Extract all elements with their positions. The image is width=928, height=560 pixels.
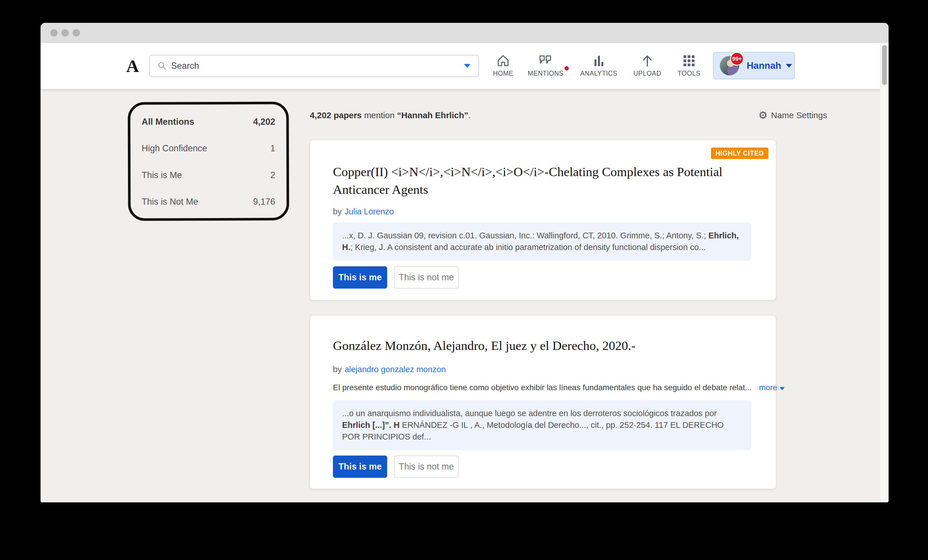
avatar: 99+ (720, 56, 739, 75)
paper-card: HIGHLY CITED Copper(II) <i>N</i>,<i>N</i… (310, 140, 776, 300)
nav-item-analytics[interactable]: ANALYTICS (574, 53, 623, 77)
this-is-not-me-button[interactable]: This is not me (394, 456, 459, 478)
nav-label-mentions: MENTIONS (528, 70, 563, 77)
gear-icon: ⚙ (759, 110, 768, 121)
paper-abstract: El presente estudio monográfico tiene co… (333, 383, 773, 392)
paper-title[interactable]: González Monzón, Alejandro, El juez y el… (333, 337, 756, 354)
mentions-notification-dot (565, 66, 569, 70)
window-close-button[interactable] (50, 29, 58, 37)
nav-label-analytics: ANALYTICS (580, 70, 618, 77)
home-icon (479, 53, 527, 67)
mention-excerpt: ...o un anarquismo individualista, aunqu… (333, 400, 751, 450)
scrollbar-thumb[interactable] (882, 45, 887, 85)
user-menu-caret-icon (786, 64, 792, 68)
window-minimize-button[interactable] (61, 29, 69, 37)
user-menu-button[interactable]: 99+ Hannah (713, 52, 795, 79)
analytics-bars-icon (574, 53, 623, 67)
results-header: 4,202 papers mention “Hannah Ehrlich”. ⚙… (310, 110, 827, 121)
window-zoom-button[interactable] (73, 29, 80, 37)
mentions-filter-list: All Mentions 4,202 High Confidence 1 Thi… (128, 102, 289, 221)
author-link[interactable]: alejandro gonzalez monzon (345, 365, 446, 374)
author-link[interactable]: Julia Lorenzo (345, 207, 394, 216)
paper-byline: byJulia Lorenzo (333, 207, 394, 216)
search-bar[interactable] (150, 55, 479, 77)
paper-card: González Monzón, Alejandro, El juez y el… (310, 315, 776, 489)
nav-item-home[interactable]: HOME (479, 53, 527, 77)
scrollbar-track[interactable] (880, 43, 888, 502)
user-name: Hannah (747, 60, 781, 71)
nav-label-tools: TOOLS (678, 70, 701, 77)
nav-item-tools[interactable]: TOOLS (665, 53, 713, 77)
this-is-me-button[interactable]: This is me (333, 266, 387, 288)
more-link[interactable]: more (759, 383, 785, 392)
this-is-me-button[interactable]: This is me (333, 456, 387, 478)
this-is-not-me-button[interactable]: This is not me (394, 266, 459, 288)
nav-item-upload[interactable]: UPLOAD (623, 53, 672, 77)
notification-count-badge: 99+ (730, 52, 744, 66)
nav-label-upload: UPLOAD (633, 70, 661, 77)
paper-byline: byalejandro gonzalez monzon (333, 365, 446, 374)
app-window: A HOME M (41, 23, 888, 502)
academia-logo[interactable]: A (126, 51, 139, 81)
search-icon (158, 62, 166, 70)
results-summary: 4,202 papers mention “Hannah Ehrlich”. (310, 110, 471, 120)
window-titlebar (41, 23, 888, 43)
filter-all-mentions[interactable]: All Mentions 4,202 (142, 117, 275, 127)
tools-grid-icon (665, 53, 713, 67)
paper-title[interactable]: Copper(II) <i>N</i>,<i>N</i>,<i>O</i>-Ch… (333, 163, 756, 198)
search-input[interactable] (171, 61, 464, 71)
name-settings-button[interactable]: ⚙ Name Settings (759, 110, 827, 121)
filter-this-is-not-me[interactable]: This is Not Me 9,176 (142, 197, 275, 207)
nav-item-mentions[interactable]: MENTIONS (521, 53, 570, 77)
more-caret-icon (780, 387, 785, 390)
filter-this-is-me[interactable]: This is Me 2 (142, 170, 275, 180)
top-navbar: A HOME M (41, 43, 888, 89)
upload-arrow-icon (623, 53, 672, 67)
highly-cited-badge: HIGHLY CITED (711, 148, 768, 159)
filter-high-confidence[interactable]: High Confidence 1 (142, 143, 275, 154)
mention-excerpt: ...x, D. J. Gaussian 09, revision c.01. … (333, 222, 751, 261)
mentions-quote-icon (521, 53, 570, 67)
nav-label-home: HOME (493, 70, 513, 77)
search-dropdown-caret-icon[interactable] (464, 64, 470, 68)
page-content: All Mentions 4,202 High Confidence 1 Thi… (41, 89, 888, 502)
